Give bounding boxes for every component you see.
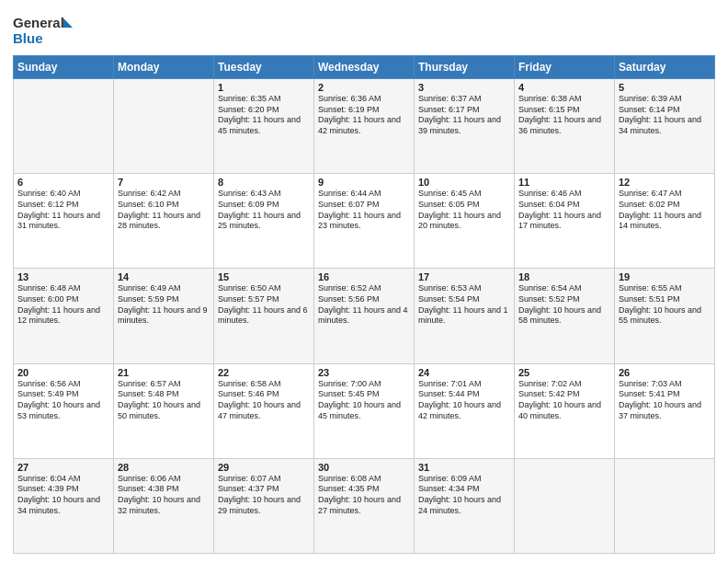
calendar-cell: 17Sunrise: 6:53 AM Sunset: 5:54 PM Dayli…: [415, 269, 515, 363]
calendar-cell: 27Sunrise: 6:04 AM Sunset: 4:39 PM Dayli…: [14, 458, 114, 553]
day-number: 27: [17, 462, 109, 473]
day-content: Sunrise: 6:36 AM Sunset: 6:19 PM Dayligh…: [318, 94, 410, 137]
day-number: 28: [118, 462, 210, 473]
calendar-week-row: 20Sunrise: 6:56 AM Sunset: 5:49 PM Dayli…: [14, 363, 715, 458]
day-content: Sunrise: 6:48 AM Sunset: 6:00 PM Dayligh…: [17, 283, 109, 327]
day-content: Sunrise: 6:42 AM Sunset: 6:10 PM Dayligh…: [118, 189, 210, 232]
day-number: 24: [418, 367, 510, 378]
calendar-cell: [615, 458, 715, 553]
calendar-cell: 8Sunrise: 6:43 AM Sunset: 6:09 PM Daylig…: [214, 174, 314, 269]
calendar-week-row: 1Sunrise: 6:35 AM Sunset: 6:20 PM Daylig…: [14, 79, 715, 174]
day-number: 18: [518, 271, 610, 282]
day-content: Sunrise: 6:08 AM Sunset: 4:35 PM Dayligh…: [318, 474, 410, 517]
calendar-cell: 11Sunrise: 6:46 AM Sunset: 6:04 PM Dayli…: [515, 174, 615, 269]
day-number: 9: [318, 177, 410, 188]
day-number: 17: [418, 271, 510, 282]
day-number: 30: [318, 462, 410, 473]
calendar-cell: 16Sunrise: 6:52 AM Sunset: 5:56 PM Dayli…: [314, 269, 415, 363]
calendar-header-day: Monday: [114, 56, 214, 79]
day-number: 10: [418, 177, 510, 188]
day-content: Sunrise: 6:49 AM Sunset: 5:59 PM Dayligh…: [118, 283, 210, 327]
calendar-cell: 22Sunrise: 6:58 AM Sunset: 5:46 PM Dayli…: [214, 363, 314, 458]
calendar-header-day: Friday: [515, 56, 615, 79]
day-content: Sunrise: 6:09 AM Sunset: 4:34 PM Dayligh…: [418, 474, 510, 517]
calendar-cell: [114, 79, 214, 174]
calendar-cell: 2Sunrise: 6:36 AM Sunset: 6:19 PM Daylig…: [314, 79, 415, 174]
day-content: Sunrise: 6:52 AM Sunset: 5:56 PM Dayligh…: [318, 283, 410, 327]
calendar-cell: 9Sunrise: 6:44 AM Sunset: 6:07 PM Daylig…: [314, 174, 415, 269]
day-number: 19: [619, 271, 711, 282]
page-container: GeneralBlue SundayMondayTuesdayWednesday…: [0, 0, 728, 563]
calendar-cell: 18Sunrise: 6:54 AM Sunset: 5:52 PM Dayli…: [515, 269, 615, 363]
calendar-cell: 3Sunrise: 6:37 AM Sunset: 6:17 PM Daylig…: [415, 79, 515, 174]
calendar-cell: 13Sunrise: 6:48 AM Sunset: 6:00 PM Dayli…: [14, 269, 114, 363]
day-number: 29: [218, 462, 310, 473]
calendar-cell: 12Sunrise: 6:47 AM Sunset: 6:02 PM Dayli…: [615, 174, 715, 269]
day-content: Sunrise: 6:53 AM Sunset: 5:54 PM Dayligh…: [418, 283, 510, 327]
day-content: Sunrise: 6:45 AM Sunset: 6:05 PM Dayligh…: [418, 189, 510, 232]
calendar-cell: 14Sunrise: 6:49 AM Sunset: 5:59 PM Dayli…: [114, 269, 214, 363]
calendar-cell: 6Sunrise: 6:40 AM Sunset: 6:12 PM Daylig…: [14, 174, 114, 269]
calendar-cell: 28Sunrise: 6:06 AM Sunset: 4:38 PM Dayli…: [114, 458, 214, 553]
day-content: Sunrise: 6:57 AM Sunset: 5:48 PM Dayligh…: [118, 379, 210, 422]
calendar-cell: [14, 79, 114, 174]
calendar-cell: 20Sunrise: 6:56 AM Sunset: 5:49 PM Dayli…: [14, 363, 114, 458]
calendar-header-day: Sunday: [14, 56, 114, 79]
day-number: 1: [218, 82, 310, 93]
calendar-cell: 1Sunrise: 6:35 AM Sunset: 6:20 PM Daylig…: [214, 79, 314, 174]
calendar-cell: 31Sunrise: 6:09 AM Sunset: 4:34 PM Dayli…: [415, 458, 515, 553]
calendar-cell: 21Sunrise: 6:57 AM Sunset: 5:48 PM Dayli…: [114, 363, 214, 458]
day-content: Sunrise: 6:35 AM Sunset: 6:20 PM Dayligh…: [218, 94, 310, 137]
calendar-cell: [515, 458, 615, 553]
logo-svg: GeneralBlue: [13, 11, 77, 48]
day-number: 22: [218, 367, 310, 378]
day-number: 2: [318, 82, 410, 93]
calendar-header-day: Wednesday: [314, 56, 415, 79]
day-number: 5: [619, 82, 711, 93]
day-number: 12: [619, 177, 711, 188]
day-number: 25: [518, 367, 610, 378]
day-number: 14: [118, 271, 210, 282]
day-content: Sunrise: 6:44 AM Sunset: 6:07 PM Dayligh…: [318, 189, 410, 232]
day-number: 8: [218, 177, 310, 188]
day-content: Sunrise: 7:01 AM Sunset: 5:44 PM Dayligh…: [418, 379, 510, 422]
day-content: Sunrise: 6:46 AM Sunset: 6:04 PM Dayligh…: [518, 189, 610, 232]
calendar-header-day: Tuesday: [214, 56, 314, 79]
day-content: Sunrise: 6:58 AM Sunset: 5:46 PM Dayligh…: [218, 379, 310, 422]
calendar-header-row: SundayMondayTuesdayWednesdayThursdayFrid…: [14, 56, 715, 79]
day-content: Sunrise: 7:03 AM Sunset: 5:41 PM Dayligh…: [619, 379, 711, 422]
svg-text:General: General: [13, 15, 64, 30]
day-number: 20: [17, 367, 109, 378]
calendar-cell: 25Sunrise: 7:02 AM Sunset: 5:42 PM Dayli…: [515, 363, 615, 458]
day-number: 15: [218, 271, 310, 282]
day-content: Sunrise: 6:37 AM Sunset: 6:17 PM Dayligh…: [418, 94, 510, 137]
day-content: Sunrise: 6:07 AM Sunset: 4:37 PM Dayligh…: [218, 474, 310, 517]
day-content: Sunrise: 7:00 AM Sunset: 5:45 PM Dayligh…: [318, 379, 410, 422]
day-content: Sunrise: 6:38 AM Sunset: 6:15 PM Dayligh…: [518, 94, 610, 137]
calendar-week-row: 6Sunrise: 6:40 AM Sunset: 6:12 PM Daylig…: [14, 174, 715, 269]
calendar-header-day: Thursday: [415, 56, 515, 79]
day-content: Sunrise: 6:06 AM Sunset: 4:38 PM Dayligh…: [118, 474, 210, 517]
logo-area: GeneralBlue: [13, 11, 77, 48]
day-content: Sunrise: 6:39 AM Sunset: 6:14 PM Dayligh…: [619, 94, 711, 137]
calendar-header-day: Saturday: [615, 56, 715, 79]
svg-marker-2: [63, 18, 73, 28]
day-number: 7: [118, 177, 210, 188]
calendar-cell: 15Sunrise: 6:50 AM Sunset: 5:57 PM Dayli…: [214, 269, 314, 363]
day-number: 26: [619, 367, 711, 378]
calendar-cell: 19Sunrise: 6:55 AM Sunset: 5:51 PM Dayli…: [615, 269, 715, 363]
calendar-cell: 26Sunrise: 7:03 AM Sunset: 5:41 PM Dayli…: [615, 363, 715, 458]
calendar-cell: 24Sunrise: 7:01 AM Sunset: 5:44 PM Dayli…: [415, 363, 515, 458]
day-number: 13: [17, 271, 109, 282]
day-content: Sunrise: 6:55 AM Sunset: 5:51 PM Dayligh…: [619, 283, 711, 327]
calendar-cell: 7Sunrise: 6:42 AM Sunset: 6:10 PM Daylig…: [114, 174, 214, 269]
day-content: Sunrise: 6:47 AM Sunset: 6:02 PM Dayligh…: [619, 189, 711, 232]
day-number: 6: [17, 177, 109, 188]
day-number: 23: [318, 367, 410, 378]
day-content: Sunrise: 6:40 AM Sunset: 6:12 PM Dayligh…: [17, 189, 109, 232]
calendar-cell: 29Sunrise: 6:07 AM Sunset: 4:37 PM Dayli…: [214, 458, 314, 553]
calendar-cell: 10Sunrise: 6:45 AM Sunset: 6:05 PM Dayli…: [415, 174, 515, 269]
day-content: Sunrise: 6:04 AM Sunset: 4:39 PM Dayligh…: [17, 474, 109, 517]
calendar-week-row: 13Sunrise: 6:48 AM Sunset: 6:00 PM Dayli…: [14, 269, 715, 363]
calendar-week-row: 27Sunrise: 6:04 AM Sunset: 4:39 PM Dayli…: [14, 458, 715, 553]
